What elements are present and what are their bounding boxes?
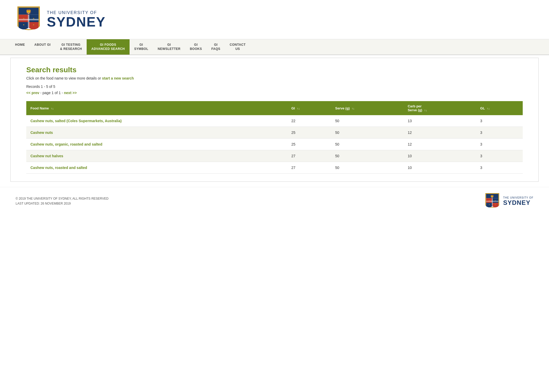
new-search-link[interactable]: start a new search — [102, 76, 134, 80]
nav-item-about-gi[interactable]: ABOUT GI — [30, 39, 55, 55]
gl-cell: 3 — [476, 150, 523, 162]
gi-cell: 27 — [287, 162, 331, 174]
nav-item-gi-newsletter[interactable]: GINEWSLETTER — [153, 39, 185, 55]
table-header-row: Food Name ↑↓ GI ↑↓ Serve (g) ↑↓ Carb per… — [26, 101, 523, 115]
nav-item-gi-testing[interactable]: GI TESTING& RESEARCH — [55, 39, 87, 55]
serve-sort-arrows[interactable]: ↑↓ — [352, 107, 355, 110]
food-name-link[interactable]: Cashew nuts — [30, 130, 53, 135]
carb-sort-arrows[interactable]: ↑↓ — [424, 109, 427, 112]
serve_g-cell: 50 — [331, 162, 404, 174]
table-row: Cashew nuts, organic, roasted and salted… — [26, 139, 523, 150]
nav-link-gi-foods[interactable]: GI FOODSADVANCED SEARCH — [87, 39, 130, 55]
food-name-sort-arrows[interactable]: ↑↓ — [51, 107, 54, 110]
food-name-link[interactable]: Cashew nut halves — [30, 154, 63, 158]
nav-item-contact-us[interactable]: CONTACTUS — [225, 39, 250, 55]
page-info: - page 1 of 1 - — [40, 91, 64, 95]
nav-item-home[interactable]: HOME — [10, 39, 30, 55]
nav-item-gi-foods[interactable]: GI FOODSADVANCED SEARCH — [87, 39, 130, 55]
main-content-area: Search results Click on the food name to… — [10, 58, 539, 182]
gi-cell: 25 — [287, 139, 331, 150]
nav-link-gi-newsletter[interactable]: GINEWSLETTER — [153, 39, 185, 55]
table-row: Cashew nuts, roasted and salted2750103 — [26, 162, 523, 174]
gl-cell: 3 — [476, 127, 523, 139]
gi-cell: 27 — [287, 150, 331, 162]
nav-item-gi-books[interactable]: GIBOOKS — [185, 39, 207, 55]
gl-sort-arrows[interactable]: ↑↓ — [487, 107, 490, 110]
carb_per_serve-cell: 12 — [404, 127, 476, 139]
footer-logo-text-top: THE UNIVERSITY OF — [503, 196, 533, 199]
svg-text:✦: ✦ — [495, 200, 496, 201]
svg-rect-15 — [492, 198, 493, 206]
gi-cell: 22 — [287, 115, 331, 127]
food-name-cell: Cashew nuts — [26, 127, 287, 139]
next-page-link[interactable]: next >> — [64, 91, 77, 95]
gl-cell: 3 — [476, 115, 523, 127]
university-name: THE UNIVERSITY OF SYDNEY — [47, 10, 106, 29]
nav-link-about-gi[interactable]: ABOUT GI — [30, 39, 55, 51]
food-name-cell: Cashew nuts, organic, roasted and salted — [26, 139, 287, 150]
serve_g-cell: 50 — [331, 139, 404, 150]
svg-text:✦: ✦ — [488, 200, 490, 201]
main-navigation: HOME ABOUT GI GI TESTING& RESEARCH GI FO… — [0, 39, 549, 55]
subtitle-prefix: Click on the food name to view more deta… — [26, 76, 102, 80]
food-name-link[interactable]: Cashew nuts, organic, roasted and salted — [30, 142, 102, 146]
col-food-name[interactable]: Food Name ↑↓ — [26, 101, 287, 115]
records-info: Records 1 - 5 of 5 — [26, 84, 523, 89]
logo-area: 🦁 ✦ ✦ ✦ ✦ THE UNIVERSITY OF SYDNEY — [16, 5, 106, 34]
carb_per_serve-cell: 12 — [404, 139, 476, 150]
col-gl[interactable]: GL ↑↓ — [476, 101, 523, 115]
svg-text:✦: ✦ — [33, 23, 35, 26]
col-carb-per-serve[interactable]: Carb perServe (g) ↑↓ — [404, 101, 476, 115]
serve_g-cell: 50 — [331, 127, 404, 139]
prev-page-link[interactable]: << prev — [26, 91, 39, 95]
svg-text:✦: ✦ — [33, 17, 35, 20]
nav-link-home[interactable]: HOME — [10, 39, 30, 51]
serve_g-cell: 50 — [331, 150, 404, 162]
carb_per_serve-cell: 13 — [404, 115, 476, 127]
nav-item-gi-symbol[interactable]: GISYMBOL — [130, 39, 153, 55]
search-results-title: Search results — [26, 66, 523, 74]
svg-text:✦: ✦ — [23, 23, 25, 26]
nav-link-gi-testing[interactable]: GI TESTING& RESEARCH — [55, 39, 87, 55]
footer-copyright: © 2019 THE UNIVERSITY OF SYDNEY, ALL RIG… — [16, 196, 108, 201]
svg-text:✦: ✦ — [495, 204, 496, 205]
results-table: Food Name ↑↓ GI ↑↓ Serve (g) ↑↓ Carb per… — [26, 101, 523, 174]
footer-logo-text-bottom: SYDNEY — [503, 199, 533, 206]
page-header: 🦁 ✦ ✦ ✦ ✦ THE UNIVERSITY OF SYDNEY — [0, 0, 549, 39]
svg-text:✦: ✦ — [488, 204, 490, 205]
gl-cell: 3 — [476, 162, 523, 174]
search-subtitle: Click on the food name to view more deta… — [26, 76, 523, 80]
nav-link-gi-faqs[interactable]: GIFAQS — [207, 39, 225, 55]
footer-last-updated: LAST UPDATED: 26 NOVEMBER 2019 — [16, 201, 108, 206]
nav-link-gi-books[interactable]: GIBOOKS — [185, 39, 207, 55]
col-serve-g[interactable]: Serve (g) ↑↓ — [331, 101, 404, 115]
pagination: << prev - page 1 of 1 - next >> — [26, 91, 523, 95]
food-name-link[interactable]: Cashew nuts, roasted and salted — [30, 166, 87, 170]
col-gi[interactable]: GI ↑↓ — [287, 101, 331, 115]
university-name-bottom: SYDNEY — [47, 15, 106, 29]
footer-shield-logo: 🦁 ✦ ✦ ✦ ✦ — [484, 192, 500, 210]
svg-text:🦁: 🦁 — [490, 195, 494, 198]
food-name-cell: Cashew nuts, roasted and salted — [26, 162, 287, 174]
table-row: Cashew nuts, salted (Coles Supermarkets,… — [26, 115, 523, 127]
footer-text-block: © 2019 THE UNIVERSITY OF SYDNEY, ALL RIG… — [16, 196, 108, 206]
svg-text:✦: ✦ — [23, 17, 25, 20]
carb_per_serve-cell: 10 — [404, 162, 476, 174]
carb_per_serve-cell: 10 — [404, 150, 476, 162]
serve_g-cell: 50 — [331, 115, 404, 127]
gi-cell: 25 — [287, 127, 331, 139]
university-shield-logo: 🦁 ✦ ✦ ✦ ✦ — [16, 5, 42, 34]
food-name-link[interactable]: Cashew nuts, salted (Coles Supermarkets,… — [30, 119, 122, 123]
svg-text:🦁: 🦁 — [25, 9, 32, 15]
food-name-cell: Cashew nuts, salted (Coles Supermarkets,… — [26, 115, 287, 127]
gi-sort-arrows[interactable]: ↑↓ — [297, 107, 300, 110]
table-row: Cashew nut halves2750103 — [26, 150, 523, 162]
nav-item-gi-faqs[interactable]: GIFAQS — [207, 39, 225, 55]
table-row: Cashew nuts2550123 — [26, 127, 523, 139]
nav-link-contact-us[interactable]: CONTACTUS — [225, 39, 250, 55]
footer-logo-area: 🦁 ✦ ✦ ✦ ✦ THE UNIVERSITY OF SYDNEY — [484, 192, 533, 210]
gl-cell: 3 — [476, 139, 523, 150]
food-name-cell: Cashew nut halves — [26, 150, 287, 162]
nav-link-gi-symbol[interactable]: GISYMBOL — [130, 39, 153, 55]
footer-logo-text: THE UNIVERSITY OF SYDNEY — [503, 196, 533, 206]
